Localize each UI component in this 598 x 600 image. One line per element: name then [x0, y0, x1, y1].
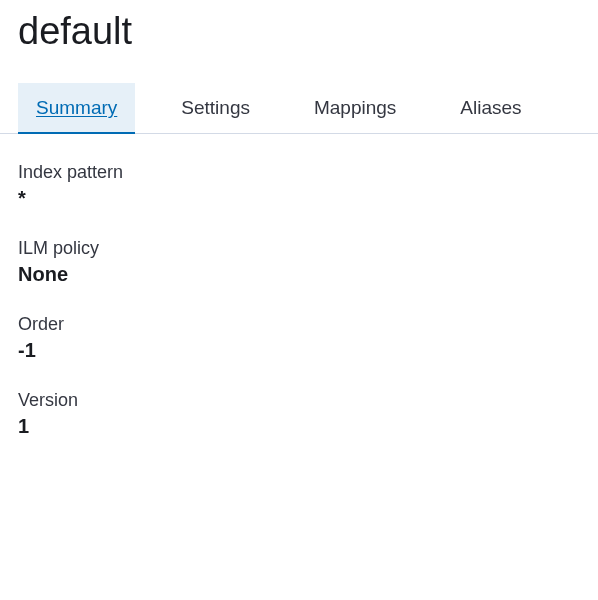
field-label: ILM policy — [18, 238, 580, 259]
summary-content: Index pattern * ILM policy None Order -1… — [0, 134, 598, 494]
field-value: None — [18, 263, 580, 286]
field-index-pattern: Index pattern * — [18, 162, 580, 210]
field-label: Version — [18, 390, 580, 411]
field-value: 1 — [18, 415, 580, 438]
field-label: Index pattern — [18, 162, 580, 183]
tab-summary[interactable]: Summary — [18, 83, 135, 133]
field-label: Order — [18, 314, 580, 335]
field-value: -1 — [18, 339, 580, 362]
tab-settings[interactable]: Settings — [163, 83, 268, 133]
field-ilm-policy: ILM policy None — [18, 238, 580, 286]
tabs: Summary Settings Mappings Aliases — [0, 83, 598, 134]
tab-mappings[interactable]: Mappings — [296, 83, 414, 133]
field-order: Order -1 — [18, 314, 580, 362]
field-value: * — [18, 187, 580, 210]
field-version: Version 1 — [18, 390, 580, 438]
tab-aliases[interactable]: Aliases — [442, 83, 539, 133]
page-title: default — [0, 0, 598, 83]
